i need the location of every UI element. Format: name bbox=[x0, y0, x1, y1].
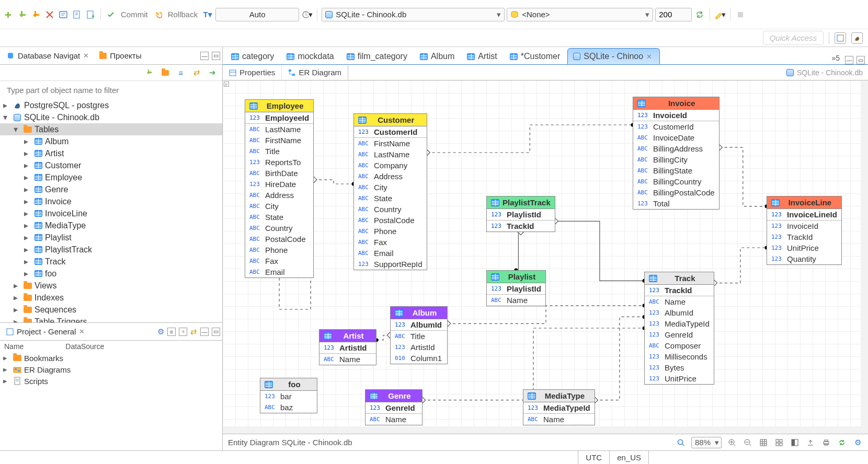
navigator-tree[interactable]: ▸PostgreSQL - postgres▾SQLite - Chinook.… bbox=[0, 99, 222, 322]
add-icon[interactable]: ＋ bbox=[179, 328, 187, 336]
column[interactable]: 123Milliseconds bbox=[645, 351, 714, 362]
column[interactable]: 123UnitPrice bbox=[645, 373, 714, 384]
tree-row[interactable]: ▸PlaylistTrack bbox=[0, 243, 222, 256]
column[interactable]: ABCEmail bbox=[354, 248, 427, 259]
column[interactable]: 123UnitPrice bbox=[767, 242, 841, 253]
column[interactable]: ABCCountry bbox=[245, 223, 313, 234]
print-icon[interactable] bbox=[821, 437, 831, 448]
column[interactable]: ABCCity bbox=[354, 182, 427, 193]
entity-header[interactable]: PlaylistTrack bbox=[487, 196, 555, 209]
editor-tab[interactable]: SQLite - Chinoo✕ bbox=[567, 48, 660, 64]
new-connection-icon[interactable] bbox=[3, 9, 15, 20]
column[interactable]: ABCFax bbox=[354, 237, 427, 248]
entity-header[interactable]: Genre bbox=[366, 390, 422, 402]
entity-header[interactable]: Playlist bbox=[487, 271, 545, 283]
column[interactable]: ABCLastName bbox=[354, 149, 427, 160]
disclosure-icon[interactable]: ▸ bbox=[24, 245, 31, 254]
column[interactable]: ABCPostalCode bbox=[354, 215, 427, 226]
column[interactable]: 123InvoiceId bbox=[633, 110, 719, 121]
entity-invoiceline[interactable]: InvoiceLine123InvoiceLineId123InvoiceId1… bbox=[767, 196, 842, 265]
tree-row[interactable]: ▸Artist bbox=[0, 147, 222, 159]
maximize-icon[interactable]: ▭ bbox=[212, 328, 220, 336]
disclosure-icon[interactable]: ▸ bbox=[14, 281, 21, 291]
entity-header[interactable]: foo bbox=[260, 378, 317, 391]
filter-input[interactable] bbox=[3, 83, 220, 97]
column[interactable]: ABCEmail bbox=[245, 266, 313, 277]
layout-icon[interactable] bbox=[774, 437, 784, 448]
column[interactable]: 123InvoiceLineId bbox=[767, 209, 841, 220]
tree-row[interactable]: ▸PostgreSQL - postgres bbox=[0, 99, 222, 111]
disclosure-icon[interactable]: ▸ bbox=[24, 208, 31, 218]
editor-tab[interactable]: category bbox=[226, 49, 281, 64]
column[interactable]: ABCBillingCity bbox=[633, 154, 719, 165]
er-canvas[interactable]: ▹ Employee123EmployeeIdABCLastNameABCFir… bbox=[223, 80, 868, 434]
entity-album[interactable]: Album123AlbumIdABCTitle123ArtistId010Col… bbox=[390, 306, 448, 364]
column[interactable]: ABCName bbox=[645, 296, 714, 307]
column[interactable]: 123GenreId bbox=[366, 402, 422, 413]
column[interactable]: ABCFirstName bbox=[245, 135, 313, 146]
disclosure-icon[interactable]: ▸ bbox=[14, 305, 21, 315]
settings-icon[interactable]: ⚙ bbox=[852, 437, 863, 448]
column[interactable]: 123Quantity bbox=[767, 253, 841, 264]
disclosure-icon[interactable]: ▸ bbox=[24, 221, 31, 230]
zoom-in-icon[interactable] bbox=[727, 437, 737, 448]
entity-invoice[interactable]: Invoice123InvoiceId123CustomerIdABCInvoi… bbox=[633, 97, 719, 210]
tree-row[interactable]: ▸Indexes bbox=[0, 292, 222, 304]
commit-button[interactable]: Commit bbox=[119, 10, 150, 19]
entity-employee[interactable]: Employee123EmployeeIdABCLastNameABCFirst… bbox=[245, 99, 314, 278]
minimize-icon[interactable]: ― bbox=[845, 56, 853, 64]
column[interactable]: ABCBillingAddress bbox=[633, 143, 719, 154]
column[interactable]: ABCName bbox=[366, 414, 422, 425]
column[interactable]: 123CustomerId bbox=[633, 121, 719, 132]
column[interactable]: 123MediaTypeId bbox=[645, 318, 714, 329]
column[interactable]: 123ReportsTo bbox=[245, 157, 313, 168]
more-tabs-button[interactable]: »5 bbox=[826, 52, 845, 64]
minimize-icon[interactable]: ― bbox=[200, 52, 209, 60]
column[interactable]: ABCFax bbox=[245, 256, 313, 266]
forward-icon[interactable]: ➔ bbox=[207, 67, 218, 78]
disclosure-icon[interactable]: ▸ bbox=[24, 184, 31, 194]
tree-row[interactable]: ▸InvoiceLine bbox=[0, 207, 222, 219]
column[interactable]: ABCName bbox=[523, 414, 595, 425]
column[interactable]: 123PlaylistId bbox=[487, 209, 555, 220]
er-diagram-tab[interactable]: ER Diagram bbox=[282, 65, 348, 79]
entity-track[interactable]: Track123TrackIdABCName123AlbumId123Media… bbox=[644, 272, 714, 385]
navigator-tab[interactable]: Database Navigat ✕ bbox=[2, 49, 93, 62]
fetch-size-input[interactable] bbox=[655, 8, 692, 21]
history-icon[interactable]: ▾ bbox=[301, 9, 313, 20]
column[interactable]: ABCName bbox=[319, 354, 376, 365]
tree-row[interactable]: ▸Customer bbox=[0, 159, 222, 171]
tree-row[interactable]: ▸Table Triggers bbox=[0, 316, 222, 322]
projects-tab[interactable]: Проекты bbox=[95, 49, 145, 62]
column[interactable]: 123EmployeeId bbox=[245, 112, 313, 123]
maximize-icon[interactable]: ▭ bbox=[856, 56, 865, 64]
properties-tab[interactable]: Properties bbox=[223, 65, 282, 79]
column[interactable]: 123CustomerId bbox=[354, 126, 427, 137]
entity-genre[interactable]: Genre123GenreIdABCName bbox=[365, 389, 422, 425]
collapse-proj-icon[interactable]: ≡ bbox=[167, 328, 176, 336]
column[interactable]: 123ArtistId bbox=[391, 342, 447, 353]
disclosure-icon[interactable]: ▸ bbox=[24, 257, 31, 266]
disconnect-icon[interactable] bbox=[44, 9, 55, 20]
quick-access-input[interactable]: Quick Access bbox=[763, 31, 824, 45]
column[interactable]: ABCBirthDate bbox=[245, 168, 313, 179]
perspective-open-icon[interactable] bbox=[835, 32, 846, 44]
disclosure-icon[interactable]: ▸ bbox=[14, 317, 21, 322]
column[interactable]: 123AlbumId bbox=[391, 319, 447, 330]
project-tree[interactable]: ▸Bookmarks▸ER Diagrams▸Scripts bbox=[0, 352, 222, 450]
plug-mini-icon[interactable] bbox=[144, 67, 155, 78]
minimize-icon[interactable]: ― bbox=[200, 328, 209, 336]
zoom-dropdown[interactable]: 88%▾ bbox=[691, 437, 722, 448]
status-locale[interactable]: en_US bbox=[609, 451, 648, 464]
column[interactable]: 123InvoiceId bbox=[767, 221, 841, 231]
column[interactable]: ABCFirstName bbox=[354, 138, 427, 149]
sql-editor-icon[interactable] bbox=[58, 9, 69, 20]
entity-customer[interactable]: Customer123CustomerIdABCFirstNameABCLast… bbox=[353, 113, 427, 270]
column[interactable]: 123Total bbox=[633, 198, 719, 209]
entity-header[interactable]: Album bbox=[391, 307, 447, 319]
maximize-icon[interactable]: ▭ bbox=[212, 52, 220, 60]
editor-tab[interactable]: *Customer bbox=[505, 49, 568, 64]
entity-header[interactable]: InvoiceLine bbox=[767, 196, 841, 209]
rollback-icon[interactable] bbox=[152, 9, 164, 20]
perspective-dbeaver-icon[interactable] bbox=[851, 32, 863, 44]
